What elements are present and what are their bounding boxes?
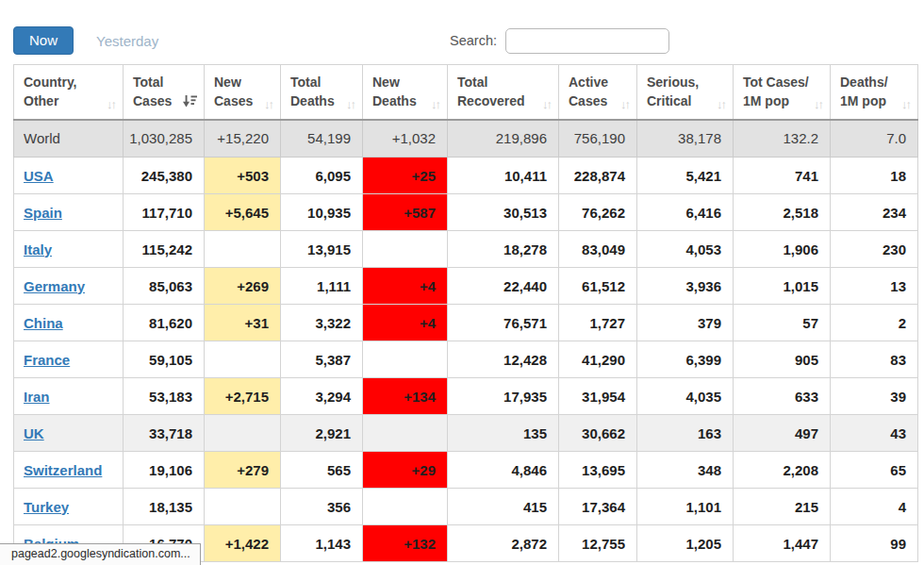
covid-stats-table: Country,Other↓↑TotalCasesNewCases↓↑Total… <box>13 64 918 562</box>
cell-country: China <box>14 305 124 341</box>
cell-active-cases: 12,755 <box>559 525 637 562</box>
sort-desc-icon <box>183 95 197 110</box>
cell-serious-critical: 4,035 <box>637 378 734 415</box>
cell-new-cases <box>205 231 281 268</box>
column-label: NewCases <box>214 73 253 111</box>
search-area: Search: <box>450 25 669 56</box>
column-header-serious-critical[interactable]: Serious,Critical↓↑ <box>637 65 734 120</box>
cell-deaths-1m-pop: 65 <box>831 452 918 489</box>
column-label: Deaths/1M pop <box>840 73 888 111</box>
country-link-france[interactable]: France <box>24 352 70 368</box>
cell-new-deaths: +132 <box>363 525 448 562</box>
cell-total-deaths: 6,095 <box>281 158 363 194</box>
column-header-country-other[interactable]: Country,Other↓↑ <box>14 65 124 120</box>
cell-serious-critical: 163 <box>637 415 734 452</box>
country-link-turkey[interactable]: Turkey <box>24 499 69 515</box>
cell-new-cases <box>205 341 281 378</box>
cell-total-cases: 33,718 <box>124 415 205 452</box>
cell-deaths-1m-pop: 13 <box>831 268 918 305</box>
column-header-total-cases[interactable]: TotalCases <box>124 65 205 120</box>
cell-total-deaths: 565 <box>281 452 363 489</box>
cell-country: France <box>14 341 124 378</box>
column-label: Serious,Critical <box>647 73 699 111</box>
sort-icon: ↓↑ <box>901 97 912 111</box>
country-link-germany[interactable]: Germany <box>24 278 85 294</box>
cell-tot-cases-1m-pop: 741 <box>734 158 831 194</box>
cell-total-recovered: 4,846 <box>448 452 559 489</box>
country-link-china[interactable]: China <box>24 315 63 331</box>
cell-serious-critical: 6,416 <box>637 194 734 231</box>
cell-total-recovered: 22,440 <box>448 268 559 305</box>
cell-tot-cases-1m-pop: 905 <box>734 341 831 378</box>
row-uk: UK33,7182,92113530,66216349743 <box>14 415 918 452</box>
cell-serious-critical: 38,178 <box>637 120 734 158</box>
cell-deaths-1m-pop: 39 <box>831 378 918 415</box>
cell-active-cases: 41,290 <box>559 341 637 378</box>
cell-deaths-1m-pop: 230 <box>831 231 918 268</box>
cell-deaths-1m-pop: 234 <box>831 194 918 231</box>
cell-tot-cases-1m-pop: 1,015 <box>734 268 831 305</box>
country-link-uk[interactable]: UK <box>24 425 44 441</box>
cell-total-deaths: 5,387 <box>281 341 363 378</box>
cell-total-cases: 81,620 <box>124 305 205 341</box>
cell-new-cases: +2,715 <box>205 378 281 415</box>
sort-icon: ↓↑ <box>542 97 553 111</box>
country-link-switzerland[interactable]: Switzerland <box>24 462 102 478</box>
cell-total-deaths: 1,111 <box>281 268 363 305</box>
cell-serious-critical: 3,936 <box>637 268 734 305</box>
cell-active-cases: 17,364 <box>559 489 637 525</box>
cell-active-cases: 30,662 <box>559 415 637 452</box>
row-china: China81,620+313,322+476,5711,727379572 <box>14 305 918 341</box>
cell-new-deaths: +4 <box>363 268 448 305</box>
cell-active-cases: 83,049 <box>559 231 637 268</box>
country-link-usa[interactable]: USA <box>24 168 54 184</box>
cell-total-recovered: 10,411 <box>448 158 559 194</box>
cell-deaths-1m-pop: 4 <box>831 489 918 525</box>
cell-country: Iran <box>14 378 124 415</box>
sort-icon: ↓↑ <box>620 97 631 111</box>
country-link-iran[interactable]: Iran <box>24 389 50 405</box>
cell-total-cases: 117,710 <box>124 194 205 231</box>
cell-new-cases <box>205 415 281 452</box>
row-spain: Spain117,710+5,64510,935+58730,51376,262… <box>14 194 918 231</box>
now-button[interactable]: Now <box>13 26 74 55</box>
cell-total-deaths: 10,935 <box>281 194 363 231</box>
cell-tot-cases-1m-pop: 2,518 <box>734 194 831 231</box>
column-header-total-recovered[interactable]: TotalRecovered↓↑ <box>448 65 559 120</box>
cell-total-deaths: 356 <box>281 489 363 525</box>
cell-active-cases: 31,954 <box>559 378 637 415</box>
row-usa: USA245,380+5036,095+2510,411228,8745,421… <box>14 158 918 194</box>
cell-new-deaths <box>363 231 448 268</box>
country-link-spain[interactable]: Spain <box>24 205 62 221</box>
cell-total-deaths: 54,199 <box>281 120 363 158</box>
column-header-active-cases[interactable]: ActiveCases↓↑ <box>559 65 637 120</box>
cell-country: USA <box>14 158 124 194</box>
cell-active-cases: 76,262 <box>559 194 637 231</box>
column-label: Tot Cases/1M pop <box>743 73 809 111</box>
row-turkey: Turkey18,13535641517,3641,1012154 <box>14 489 918 525</box>
cell-country: World <box>14 120 124 158</box>
cell-serious-critical: 379 <box>637 305 734 341</box>
cell-active-cases: 13,695 <box>559 452 637 489</box>
country-link-italy[interactable]: Italy <box>24 241 52 258</box>
cell-tot-cases-1m-pop: 1,447 <box>734 525 831 562</box>
column-header-new-cases[interactable]: NewCases↓↑ <box>205 65 281 120</box>
column-header-deaths-1m-pop[interactable]: Deaths/1M pop↓↑ <box>831 65 918 120</box>
cell-country: Turkey <box>14 489 124 525</box>
column-header-new-deaths[interactable]: NewDeaths↓↑ <box>363 65 448 120</box>
column-label: NewDeaths <box>372 73 417 111</box>
column-header-total-deaths[interactable]: TotalDeaths↓↑ <box>281 65 363 120</box>
cell-deaths-1m-pop: 43 <box>831 415 918 452</box>
world-label: World <box>24 130 60 146</box>
column-label: ActiveCases <box>569 73 608 111</box>
cell-total-cases: 1,030,285 <box>124 120 205 158</box>
cell-deaths-1m-pop: 18 <box>831 158 918 194</box>
row-world: World1,030,285+15,22054,199+1,032219,896… <box>14 120 918 158</box>
sort-icon: ↓↑ <box>107 97 117 111</box>
yesterday-tab[interactable]: Yesterday <box>96 33 158 49</box>
cell-country: UK <box>14 415 124 452</box>
cell-total-recovered: 2,872 <box>448 525 559 562</box>
search-input[interactable] <box>505 28 669 54</box>
cell-tot-cases-1m-pop: 132.2 <box>734 120 831 158</box>
column-header-tot-cases-1m-pop[interactable]: Tot Cases/1M pop↓↑ <box>734 65 831 120</box>
